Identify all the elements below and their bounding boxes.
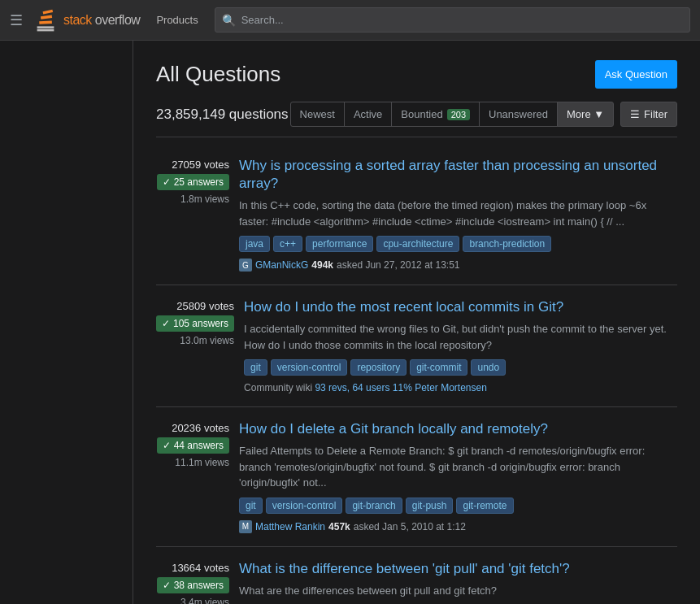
filter-label: Filter <box>644 108 667 120</box>
question-body: How do I undo the most recent local comm… <box>244 298 677 393</box>
question-title[interactable]: How do I undo the most recent local comm… <box>244 298 677 316</box>
search-icon: 🔍 <box>222 14 236 27</box>
svg-rect-4 <box>43 9 54 14</box>
question-title[interactable]: Why is processing a sorted array faster … <box>239 157 677 193</box>
tag[interactable]: cpu-architecture <box>376 236 459 252</box>
top-nav: ☰ stack overflow Products 🔍 <box>0 0 700 41</box>
tab-bountied[interactable]: Bountied 203 <box>391 102 480 127</box>
tags-and-meta: git version-control git-branch git-push … <box>239 498 677 533</box>
question-excerpt: Failed Attempts to Delete a Remote Branc… <box>239 443 677 491</box>
table-row: 20236 votes ✓ 44 answers 11.1m views How… <box>156 407 677 547</box>
views-count: 13.0m views <box>180 335 234 346</box>
tags: git version-control repository git-commi… <box>244 359 506 376</box>
question-title[interactable]: How do I delete a Git branch locally and… <box>239 420 677 438</box>
table-row: 25809 votes ✓ 105 answers 13.0m views Ho… <box>156 285 677 407</box>
views-count: 3.4m views <box>180 597 229 604</box>
tag[interactable]: git-commit <box>410 359 467 376</box>
vote-count: 25809 votes <box>176 300 234 312</box>
question-stats: 20236 votes ✓ 44 answers 11.1m views <box>156 420 229 533</box>
tags: git version-control git-branch git-push … <box>239 498 514 514</box>
svg-rect-3 <box>41 15 52 19</box>
question-meta: G GManNickG 494k asked Jun 27, 2012 at 1… <box>239 259 460 272</box>
questions-count-bar: 23,859,149 questions Newest Active Bount… <box>156 102 677 127</box>
answers-badge: ✓ 105 answers <box>156 315 234 332</box>
vote-count: 27059 votes <box>172 159 229 171</box>
search-input[interactable] <box>215 7 690 33</box>
filter-icon: ☰ <box>630 108 640 120</box>
question-excerpt: I accidentally committed the wrong files… <box>244 321 677 353</box>
tab-unanswered[interactable]: Unanswered <box>479 102 558 127</box>
divider <box>156 137 677 137</box>
views-count: 11.1m views <box>175 457 229 468</box>
avatar: G <box>239 259 252 272</box>
question-body: What is the difference between 'git pull… <box>239 560 677 604</box>
tag[interactable]: git <box>239 498 263 514</box>
bountied-count: 203 <box>447 109 470 120</box>
tag[interactable]: git-remote <box>456 498 513 514</box>
community-wiki-revs[interactable]: 93 revs, 64 users 11% <box>315 382 411 393</box>
filter-tabs: Newest Active Bountied 203 Unanswered Mo… <box>290 102 677 127</box>
tag[interactable]: git-branch <box>346 498 402 514</box>
tag[interactable]: version-control <box>266 498 343 514</box>
checkmark-icon: ✓ <box>162 318 170 329</box>
question-meta: Community wiki 93 revs, 64 users 11% Pet… <box>244 382 487 393</box>
sidebar <box>0 41 133 604</box>
tags-and-meta: git version-control repository git-commi… <box>244 359 677 393</box>
question-stats: 27059 votes ✓ 25 answers 1.8m views <box>156 157 229 272</box>
community-wiki-user[interactable]: Peter Mortensen <box>415 382 487 393</box>
products-link[interactable]: Products <box>150 11 204 29</box>
tag[interactable]: undo <box>471 359 506 376</box>
tag[interactable]: git-push <box>406 498 454 514</box>
tab-active[interactable]: Active <box>344 102 392 127</box>
answers-count: 105 answers <box>173 318 228 329</box>
asked-date: asked Jun 27, 2012 at 13:51 <box>337 259 459 271</box>
author-link[interactable]: GManNickG <box>255 259 308 271</box>
vote-count: 20236 votes <box>172 422 229 434</box>
checkmark-icon: ✓ <box>163 176 171 188</box>
tab-more[interactable]: More ▼ <box>557 102 614 127</box>
filter-button[interactable]: ☰ Filter <box>620 102 677 127</box>
answers-count: 25 answers <box>174 176 224 188</box>
table-row: 27059 votes ✓ 25 answers 1.8m views Why … <box>156 144 677 285</box>
questions-count: 23,859,149 questions <box>156 106 289 123</box>
main-content: All Questions Ask Question 23,859,149 qu… <box>133 41 700 604</box>
svg-rect-2 <box>39 20 52 24</box>
question-excerpt: What are the differences between git pul… <box>239 583 677 599</box>
tag[interactable]: repository <box>350 359 407 376</box>
question-excerpt: In this C++ code, sorting the data (befo… <box>239 198 677 229</box>
svg-rect-0 <box>37 26 54 28</box>
logo[interactable]: stack overflow <box>33 7 140 33</box>
question-title[interactable]: What is the difference between 'git pull… <box>239 560 677 578</box>
question-stats: 13664 votes ✓ 38 answers 3.4m views <box>156 560 229 604</box>
svg-rect-1 <box>37 28 54 31</box>
vote-count: 13664 votes <box>172 562 229 574</box>
questions-list: 27059 votes ✓ 25 answers 1.8m views Why … <box>156 144 677 604</box>
author-rep: 494k <box>311 259 333 271</box>
tag[interactable]: performance <box>306 236 373 252</box>
question-stats: 25809 votes ✓ 105 answers 13.0m views <box>156 298 234 393</box>
author-link[interactable]: Matthew Rankin <box>255 521 325 532</box>
tags: java c++ performance cpu-architecture br… <box>239 236 551 252</box>
ask-question-button[interactable]: Ask Question <box>595 60 677 89</box>
logo-text: stack overflow <box>63 13 140 28</box>
answers-badge: ✓ 38 answers <box>157 577 229 593</box>
page-title: All Questions <box>156 62 280 87</box>
checkmark-icon: ✓ <box>163 580 171 591</box>
tag[interactable]: c++ <box>273 236 302 252</box>
checkmark-icon: ✓ <box>163 440 171 451</box>
tags-and-meta: java c++ performance cpu-architecture br… <box>239 236 677 272</box>
tag[interactable]: java <box>239 236 270 252</box>
asked-date: asked Jan 5, 2010 at 1:12 <box>354 521 466 532</box>
question-meta: M Matthew Rankin 457k asked Jan 5, 2010 … <box>239 520 466 533</box>
question-body: Why is processing a sorted array faster … <box>239 157 677 272</box>
tab-newest[interactable]: Newest <box>290 102 345 127</box>
tag[interactable]: version-control <box>271 359 348 376</box>
page-header: All Questions Ask Question <box>156 60 677 89</box>
answers-badge: ✓ 25 answers <box>157 174 229 190</box>
avatar: M <box>239 520 252 533</box>
tag[interactable]: git <box>244 359 267 376</box>
main-layout: All Questions Ask Question 23,859,149 qu… <box>0 41 700 604</box>
tag[interactable]: branch-prediction <box>463 236 551 252</box>
community-wiki-label: Community wiki 93 revs, 64 users 11% Pet… <box>244 382 487 393</box>
hamburger-menu[interactable]: ☰ <box>10 11 23 29</box>
